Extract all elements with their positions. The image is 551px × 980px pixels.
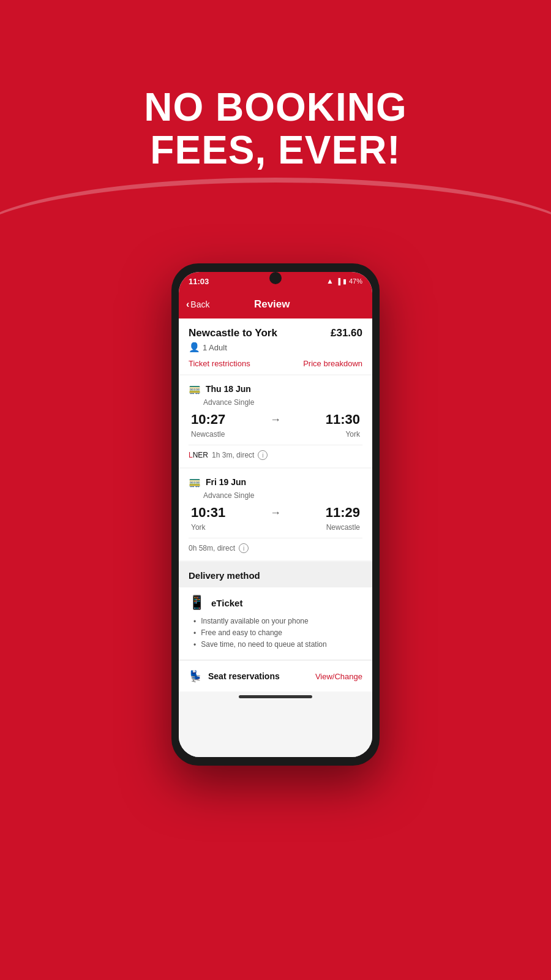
- nav-title: Review: [209, 298, 334, 311]
- view-change-button[interactable]: View/Change: [315, 672, 362, 681]
- price-breakdown-link[interactable]: Price breakdown: [303, 359, 362, 368]
- back-chevron-icon: ‹: [186, 299, 189, 310]
- wifi-icon: ▲: [326, 277, 334, 285]
- outbound-ticket-type: Advance Single: [203, 398, 362, 407]
- delivery-title: Delivery method: [189, 570, 260, 581]
- delivery-content: 📱 eTicket • Instantly available on your …: [179, 587, 372, 659]
- bullet-text-3: Save time, no need to queue at station: [201, 640, 326, 649]
- passenger-count: 1 Adult: [203, 343, 227, 352]
- outbound-stations: Newcastle York: [189, 430, 362, 439]
- ticket-price: £31.60: [331, 327, 362, 339]
- outbound-arrive-time: 11:30: [323, 412, 360, 428]
- back-label: Back: [190, 300, 209, 309]
- phone-mockup: 11:03 ▲ ▐ ▮ 47% ‹ Back Review: [171, 263, 380, 766]
- outbound-duration: 1h 3m, direct: [212, 451, 254, 459]
- status-icons: ▲ ▐ ▮ 47%: [326, 277, 362, 285]
- return-arrive-time: 11:29: [323, 505, 360, 521]
- bullet-2: • Free and easy to change: [193, 628, 362, 638]
- return-ticket-type: Advance Single: [203, 491, 362, 500]
- return-date-row: 🚃 Fri 19 Jun: [189, 476, 362, 488]
- lner-badge: LNER: [189, 451, 208, 459]
- back-button[interactable]: ‹ Back: [186, 299, 209, 310]
- divider: [189, 445, 362, 445]
- eticket-bullets: • Instantly available on your phone • Fr…: [189, 617, 362, 649]
- signal-icon: ▐: [336, 278, 340, 285]
- info-icon-return[interactable]: i: [239, 543, 249, 553]
- outbound-journey-card: 🚃 Thu 18 Jun Advance Single 10:27 → 11:3…: [179, 375, 372, 467]
- headline-line2: FEES, EVER!: [150, 128, 400, 172]
- ticket-header-card: Newcastle to York £31.60 👤 1 Adult Ticke…: [179, 318, 372, 374]
- ticket-links: Ticket restrictions Price breakdown: [189, 359, 362, 368]
- seat-icon: 💺: [189, 669, 202, 683]
- scroll-content[interactable]: Newcastle to York £31.60 👤 1 Adult Ticke…: [179, 318, 372, 757]
- ticket-passenger: 👤 1 Adult: [189, 342, 362, 353]
- outbound-depart-time: 10:27: [191, 412, 228, 428]
- person-icon: 👤: [189, 342, 200, 353]
- eticket-row: 📱 eTicket: [189, 595, 362, 611]
- eticket-icon: 📱: [189, 595, 205, 611]
- return-to-station: Newcastle: [326, 523, 360, 532]
- train-icon-return: 🚃: [189, 476, 201, 488]
- return-date: Fri 19 Jun: [206, 477, 246, 487]
- divider-return: [189, 538, 362, 538]
- outbound-to-station: York: [345, 430, 360, 439]
- train-icon-outbound: 🚃: [189, 383, 201, 394]
- bullet-dot-1: •: [193, 617, 196, 626]
- return-duration-row: 0h 58m, direct i: [189, 543, 362, 553]
- ticket-route: Newcastle to York: [189, 327, 277, 339]
- outbound-date-row: 🚃 Thu 18 Jun: [189, 383, 362, 394]
- seat-left: 💺 Seat reservations: [189, 669, 280, 683]
- bullet-dot-2: •: [193, 629, 196, 638]
- seat-reservations-section: 💺 Seat reservations View/Change: [179, 660, 372, 692]
- home-indicator: [239, 695, 312, 698]
- battery-percent: 47%: [349, 277, 362, 285]
- bullet-text-2: Free and easy to change: [201, 628, 282, 637]
- ticket-restrictions-link[interactable]: Ticket restrictions: [189, 359, 250, 368]
- ticket-route-row: Newcastle to York £31.60: [189, 327, 362, 339]
- outbound-operator: LNER 1h 3m, direct i: [189, 450, 362, 460]
- phone-screen: 11:03 ▲ ▐ ▮ 47% ‹ Back Review: [179, 272, 372, 757]
- outbound-times: 10:27 → 11:30: [189, 412, 362, 428]
- battery-icon: ▮: [343, 277, 347, 285]
- nav-bar: ‹ Back Review: [179, 290, 372, 318]
- promo-headline: NO BOOKING FEES, EVER!: [0, 86, 551, 172]
- lner-ner: NER: [193, 451, 208, 459]
- return-journey-card: 🚃 Fri 19 Jun Advance Single 10:31 → 11:2…: [179, 469, 372, 560]
- lner-l: L: [189, 451, 193, 459]
- bullet-1: • Instantly available on your phone: [193, 617, 362, 626]
- return-duration: 0h 58m, direct: [189, 544, 235, 552]
- delivery-header: Delivery method: [179, 562, 372, 587]
- return-arrow-icon: →: [228, 507, 323, 519]
- return-stations: York Newcastle: [189, 523, 362, 532]
- return-times: 10:31 → 11:29: [189, 505, 362, 521]
- bullet-3: • Save time, no need to queue at station: [193, 640, 362, 649]
- eticket-label: eTicket: [211, 598, 242, 608]
- return-depart-time: 10:31: [191, 505, 228, 521]
- return-from-station: York: [191, 523, 206, 532]
- seat-label: Seat reservations: [208, 671, 280, 681]
- bullet-dot-3: •: [193, 641, 196, 649]
- outbound-from-station: Newcastle: [191, 430, 225, 439]
- decorative-curve: [0, 178, 551, 263]
- phone-notch: [269, 272, 282, 284]
- phone-outer-frame: 11:03 ▲ ▐ ▮ 47% ‹ Back Review: [171, 263, 380, 766]
- outbound-arrow-icon: →: [228, 413, 323, 426]
- info-icon-outbound[interactable]: i: [258, 450, 268, 460]
- delivery-section: Delivery method 📱 eTicket • Instantly av…: [179, 562, 372, 659]
- status-time: 11:03: [189, 277, 209, 286]
- headline-line1: NO BOOKING: [144, 85, 407, 129]
- bullet-text-1: Instantly available on your phone: [201, 617, 308, 625]
- outbound-date: Thu 18 Jun: [206, 384, 251, 394]
